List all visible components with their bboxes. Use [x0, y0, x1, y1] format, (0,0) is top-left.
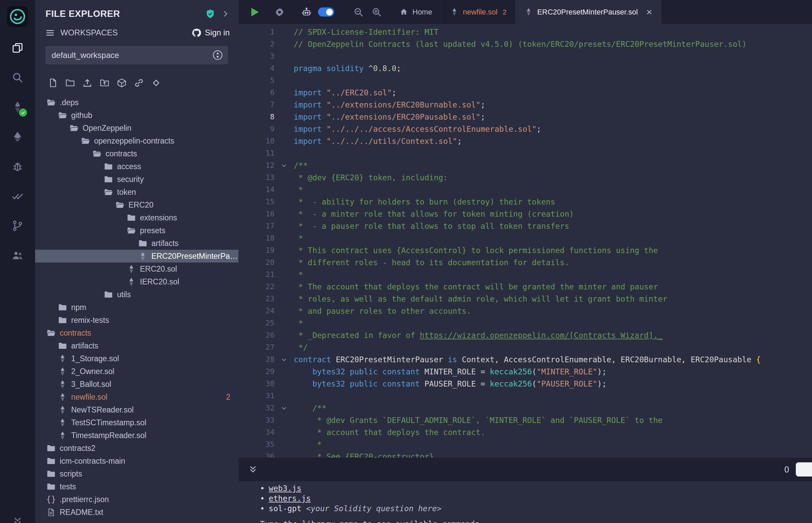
fold-chevron-icon[interactable] — [275, 354, 294, 366]
line-number[interactable]: 15 — [239, 196, 275, 208]
plugin-manager-icon[interactable] — [8, 246, 27, 265]
tab-home[interactable]: Home — [391, 0, 441, 24]
code-line[interactable]: 26 * _Deprecated in favor of https://wiz… — [239, 329, 812, 341]
code-line[interactable]: 29 bytes32 public constant MINTER_ROLE =… — [239, 366, 812, 378]
tree-item-remix-tests[interactable]: remix-tests — [35, 314, 239, 327]
code-line[interactable]: 23 * roles, as well as the default admin… — [239, 293, 812, 305]
line-number[interactable]: 8 — [239, 111, 275, 123]
tree-item-github[interactable]: github — [35, 109, 239, 122]
workspace-menu-icon[interactable] — [45, 28, 55, 38]
code-line[interactable]: 28contract ERC20PresetMinterPauser is Co… — [239, 354, 812, 366]
code-line[interactable]: 1// SPDX-License-Identifier: MIT — [239, 26, 812, 38]
workspace-switch-icon[interactable] — [212, 50, 223, 60]
code-line[interactable]: 10import "../../../utils/Context.sol"; — [239, 135, 812, 147]
code-line[interactable]: 2// OpenZeppelin Contracts (last updated… — [239, 38, 812, 50]
tree-item-icm-contracts-main[interactable]: icm-contracts-main — [35, 455, 239, 467]
import-url-icon[interactable] — [134, 78, 144, 88]
tree-item-contracts[interactable]: contracts — [35, 327, 239, 339]
code-line[interactable]: 19 * This contract uses {AccessControl} … — [239, 244, 812, 256]
chevron-right-icon[interactable] — [221, 10, 230, 18]
code-line[interactable]: 32 /** — [239, 402, 812, 414]
terminal-expand-icon[interactable] — [248, 464, 258, 474]
tree-item-security[interactable]: security — [35, 173, 239, 186]
code-line[interactable]: 16 * - a minter role that allows for tok… — [239, 208, 812, 220]
line-number[interactable]: 17 — [239, 220, 275, 232]
tree-item-prettierrc-json[interactable]: {}.prettierrc.json — [35, 493, 239, 506]
double-chevron-down-icon[interactable] — [12, 516, 23, 523]
ai-copilot-toggle[interactable] — [318, 7, 334, 17]
code-line[interactable]: 4pragma solidity ^0.8.0; — [239, 62, 812, 74]
close-tab-icon[interactable]: × — [646, 7, 652, 17]
tree-item-erc20[interactable]: ERC20 — [35, 198, 239, 211]
line-number[interactable]: 29 — [239, 366, 275, 378]
code-line[interactable]: 6import "../ERC20.sol"; — [239, 87, 812, 99]
line-number[interactable]: 16 — [239, 208, 275, 220]
line-number[interactable]: 3 — [239, 50, 275, 62]
line-number[interactable]: 11 — [239, 147, 275, 159]
line-number[interactable]: 28 — [239, 354, 275, 366]
deploy-and-run-icon[interactable] — [8, 127, 27, 146]
code-line[interactable]: 36 * See {ERC20-constructor}. — [239, 451, 812, 458]
terminal-search-input[interactable] — [796, 462, 812, 476]
code-line[interactable]: 30 bytes32 public constant PAUSER_ROLE =… — [239, 378, 812, 390]
tree-item-readme-txt[interactable]: README.txt — [35, 506, 239, 519]
search-icon[interactable] — [8, 68, 27, 87]
tree-item-deps[interactable]: .deps — [35, 96, 239, 109]
line-number[interactable]: 4 — [239, 62, 275, 74]
tree-item-openzeppelin-contracts[interactable]: openzeppelin-contracts — [35, 134, 239, 147]
line-number[interactable]: 2 — [239, 38, 275, 50]
tree-item-extensions[interactable]: extensions — [35, 211, 239, 224]
line-number[interactable]: 18 — [239, 232, 275, 244]
code-line[interactable]: 34 * account that deploys the contract. — [239, 426, 812, 438]
tree-item-newfile-sol[interactable]: newfile.sol2 — [35, 391, 239, 403]
fold-chevron-icon[interactable] — [275, 159, 294, 172]
unit-testing-icon[interactable] — [8, 187, 27, 205]
code-line[interactable]: 14 * — [239, 184, 812, 196]
create-folder-icon[interactable] — [65, 78, 75, 88]
line-number[interactable]: 7 — [239, 99, 275, 111]
tree-item-2-owner-sol[interactable]: 2_Owner.sol — [35, 365, 239, 378]
code-line[interactable]: 5 — [239, 74, 812, 87]
upload-folder-icon[interactable] — [100, 78, 110, 88]
code-line[interactable]: 27 */ — [239, 341, 812, 354]
tree-item-scripts[interactable]: scripts — [35, 467, 239, 480]
code-line[interactable]: 31 — [239, 390, 812, 402]
terminal-link[interactable]: web3.js — [269, 484, 301, 493]
line-number[interactable]: 22 — [239, 281, 275, 293]
line-number[interactable]: 33 — [239, 414, 275, 426]
line-number[interactable]: 21 — [239, 269, 275, 281]
zoom-out-button[interactable] — [353, 7, 364, 18]
tree-item-contracts2[interactable]: contracts2 — [35, 442, 239, 455]
line-number[interactable]: 26 — [239, 329, 275, 341]
tree-item-timestampreader-sol[interactable]: TimestampReader.sol — [35, 429, 239, 442]
run-script-button[interactable] — [248, 6, 261, 19]
publish-ipfs-icon[interactable] — [117, 78, 127, 88]
line-number[interactable]: 9 — [239, 123, 275, 135]
code-line[interactable]: 35 * — [239, 438, 812, 451]
line-number[interactable]: 6 — [239, 87, 275, 99]
create-file-icon[interactable] — [48, 78, 58, 88]
code-line[interactable]: 15 * - ability for holders to burn (dest… — [239, 196, 812, 208]
code-line[interactable]: 25 * — [239, 317, 812, 329]
zoom-in-button[interactable] — [371, 7, 382, 18]
publish-gist-icon[interactable] — [151, 78, 161, 88]
code-line[interactable]: 21 * — [239, 269, 812, 281]
code-line[interactable]: 17 * - a pauser role that allows to stop… — [239, 220, 812, 232]
tree-item-openzeppelin[interactable]: OpenZeppelin — [35, 122, 239, 134]
line-number[interactable]: 36 — [239, 451, 275, 458]
tree-item-artifacts[interactable]: artifacts — [35, 339, 239, 352]
line-number[interactable]: 35 — [239, 438, 275, 451]
tree-item-ierc20-sol[interactable]: IERC20.sol — [35, 275, 239, 288]
tree-item-tests[interactable]: tests — [35, 480, 239, 493]
solidity-compiler-icon[interactable] — [8, 98, 27, 116]
tree-item-erc20presetminterpauser[interactable]: ERC20PresetMinterPauser... — [35, 250, 239, 263]
tree-item-erc20-sol[interactable]: ERC20.sol — [35, 263, 239, 275]
code-line[interactable]: 22 * The account that deploys the contra… — [239, 281, 812, 293]
tree-item-3-ballot-sol[interactable]: 3_Ballot.sol — [35, 378, 239, 391]
tree-item-presets[interactable]: presets — [35, 224, 239, 237]
code-line[interactable]: 33 * @dev Grants `DEFAULT_ADMIN_ROLE`, `… — [239, 414, 812, 426]
line-number[interactable]: 10 — [239, 135, 275, 147]
code-line[interactable]: 3 — [239, 50, 812, 62]
code-line[interactable]: 8import "../extensions/ERC20Pausable.sol… — [239, 111, 812, 123]
tree-item-newtsreader-sol[interactable]: NewTSReader.sol — [35, 403, 239, 416]
